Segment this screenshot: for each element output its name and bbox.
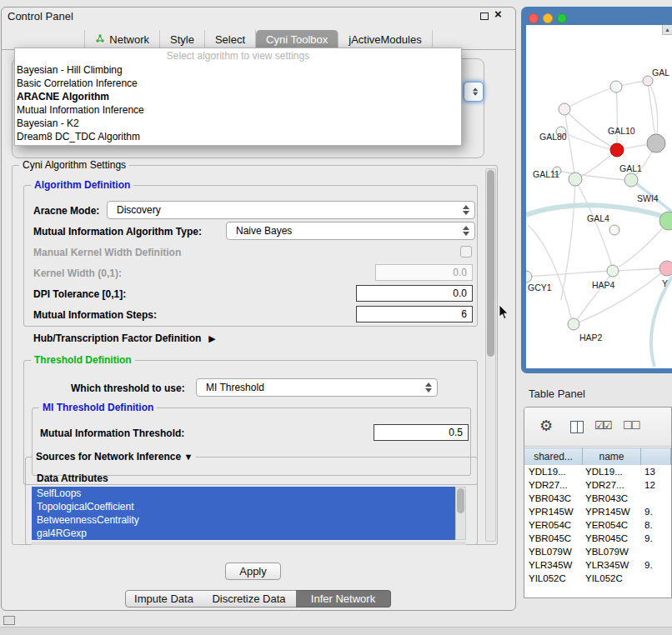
table-row[interactable]: YDL19...YDL19...13 [524,465,671,478]
algorithm-popup-placeholder: Select algorithm to view settings [15,48,461,63]
table-panel-window: ⚙ ☑☑ ☐☐ shared... name YDL19...YDL19...1… [524,407,672,598]
algorithm-option[interactable]: Dream8 DC_TDC Algorithm [15,130,461,143]
network-node[interactable] [607,265,619,277]
network-node[interactable] [559,103,570,115]
network-node-gray[interactable] [647,134,665,152]
desktop: Control Panel × Network Style Select Cyn… [0,0,672,635]
network-graph[interactable]: GAL GAL80 GAL10 GAL11 GAL1 SWI4 GAL4 GCY… [526,25,672,368]
close-icon[interactable]: × [494,7,502,21]
minimize-traffic-light[interactable] [543,13,553,23]
group-title: Cyni Algorithm Settings [19,159,129,172]
tab-label: Network [109,33,149,46]
select-all-icon[interactable]: ☑☑ [594,419,610,432]
tab-style[interactable]: Style [160,30,205,49]
network-node[interactable] [569,172,582,186]
network-node[interactable] [624,173,638,187]
kernel-width-field[interactable]: 0.0 [375,264,473,281]
table-cell: 9. [641,558,671,572]
apply-button[interactable]: Apply [225,562,281,580]
mouse-cursor [499,305,509,320]
table-cell: YBR043C [524,492,583,505]
table-row[interactable]: YBL079WYBL079W [524,545,671,558]
tab-label: Select [215,33,245,46]
column-header-name[interactable]: name [583,448,641,465]
mi-type-select[interactable]: Naive Bayes [226,222,475,240]
chevron-updown-icon [463,226,470,236]
table-row[interactable]: YLR345WYLR345W9. [524,558,671,572]
tab-discretize-data[interactable]: Discretize Data [202,590,297,608]
data-attribute-item[interactable]: gal4RGexp [32,527,455,540]
data-attributes-list[interactable]: SelfLoopsTopologicalCoefficientBetweenne… [32,487,455,540]
node-label: SWI4 [637,193,659,203]
network-node-red[interactable] [610,143,624,157]
settings-scrollbar[interactable] [485,168,496,542]
table-cell: YBR045C [524,532,583,545]
table-cell: 9. [641,505,671,518]
column-header-shared-name[interactable]: shared... [524,448,583,465]
data-attribute-item[interactable]: BetweennessCentrality [32,513,455,527]
data-attribute-item[interactable]: TopologicalCoefficient [32,500,455,513]
algorithm-option[interactable]: Bayesian - Hill Climbing [15,63,461,77]
tab-infer-network[interactable]: Infer Network [296,590,391,608]
node-label: HAP4 [592,280,615,290]
table-cell: YPR145W [524,505,583,518]
control-panel-title: Control Panel [8,10,73,22]
node-label: Y [662,278,668,288]
table-row[interactable]: YER054CYER054C8. [524,518,671,532]
float-window-icon[interactable] [480,12,489,20]
table-row[interactable]: YDR27...YDR27...12 [524,478,671,492]
table-row[interactable]: YIL052CYIL052C [524,572,671,585]
network-node-pink[interactable] [659,261,672,276]
zoom-traffic-light[interactable] [557,13,567,23]
algorithm-option[interactable]: Bayesian - K2 [15,117,461,130]
network-node[interactable] [609,225,619,235]
canvas-scroll-up-arrow[interactable]: ▲ [662,25,672,35]
manual-kernel-checkbox[interactable] [460,246,472,258]
mi-steps-label: Mutual Information Steps: [33,309,157,321]
dpi-tolerance-field[interactable]: 0.0 [356,285,473,302]
algorithm-option[interactable]: Mutual Information Inference [15,103,461,117]
mi-steps-field[interactable]: 6 [356,306,473,322]
table-panel-title: Table Panel [529,388,585,400]
data-attribute-item[interactable]: SelfLoops [32,487,455,500]
scrollbar-thumb[interactable] [457,488,464,513]
algorithm-option[interactable]: Basic Correlation Inference [15,77,461,90]
tab-impute-data[interactable]: Impute Data [125,590,203,608]
network-node[interactable] [526,271,532,282]
sources-group-header[interactable]: Sources for Network Inference ▼ [33,451,196,463]
network-node[interactable] [568,318,579,330]
table-cell: YER054C [524,518,583,532]
attributes-hscrollbar[interactable] [32,542,466,545]
algorithm-option[interactable]: ARACNE Algorithm [15,90,461,103]
table-toolbar: ⚙ ☑☑ ☐☐ [524,408,671,447]
tab-network[interactable]: Network [84,30,160,49]
panel-icon[interactable] [3,616,15,625]
which-threshold-select[interactable]: MI Threshold [196,378,438,397]
attributes-scrollbar[interactable] [455,487,466,540]
network-node[interactable] [610,81,622,92]
clear-selection-icon[interactable]: ☐☐ [623,419,639,432]
dpi-tolerance-label: DPI Tolerance [0,1]: [33,288,126,300]
mi-threshold-field[interactable]: 0.5 [374,424,469,441]
close-traffic-light[interactable] [529,13,539,23]
table-row[interactable]: YBR043CYBR043C [524,492,671,505]
column-header-clipped[interactable] [641,448,671,465]
columns-icon[interactable] [570,421,584,433]
tab-jactivemodules[interactable]: jActiveModules [339,30,432,49]
table-header-row: shared... name [524,448,671,465]
manual-kernel-label: Manual Kernel Width Definition [33,247,181,258]
gear-icon[interactable]: ⚙ [539,417,553,435]
table-cell: 9. [641,532,671,545]
table-row[interactable]: YPR145WYPR145W9. [524,505,671,518]
tab-select[interactable]: Select [205,30,256,49]
hub-section-header[interactable]: Hub/Transcription Factor Definition ▶ [33,332,216,344]
table-cell: YER054C [583,518,641,532]
aracne-mode-select[interactable]: Discovery [107,201,475,219]
table-cell [641,492,671,505]
tab-cyni-toolbox[interactable]: Cyni Toolbox [256,30,339,49]
algorithm-selector-spinner[interactable] [464,82,484,102]
network-canvas[interactable]: GAL GAL80 GAL10 GAL11 GAL1 SWI4 GAL4 GCY… [526,25,672,368]
table-row[interactable]: YBR045CYBR045C9. [524,532,671,545]
algorithm-popup-list: Bayesian - Hill ClimbingBasic Correlatio… [15,63,461,143]
scrollbar-thumb[interactable] [487,170,494,357]
